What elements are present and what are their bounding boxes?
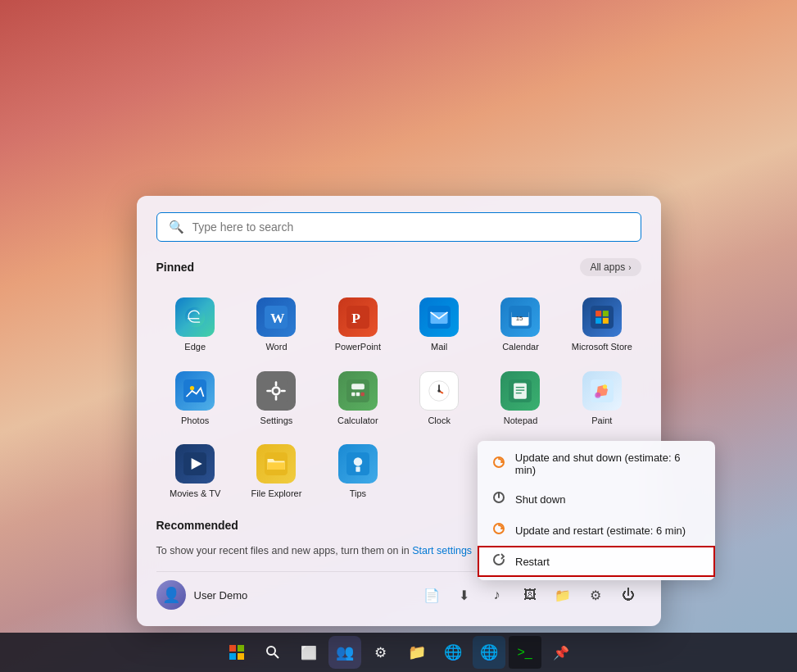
- svg-rect-35: [514, 383, 528, 398]
- svg-point-0: [185, 307, 206, 328]
- svg-point-46: [354, 457, 363, 466]
- user-actions: 📄 ⬇ ♪ 🖼 📁 ⚙ ⏻: [419, 582, 641, 608]
- paint-label: Paint: [591, 415, 612, 426]
- notepad-icon: [500, 371, 540, 411]
- clock-icon: [419, 371, 459, 411]
- explorer-label: File Explorer: [251, 488, 302, 499]
- svg-point-40: [603, 384, 607, 388]
- svg-rect-26: [351, 392, 355, 395]
- app-item-word[interactable]: W Word: [238, 289, 315, 359]
- svg-rect-27: [356, 392, 360, 395]
- settings-label: Settings: [260, 415, 293, 426]
- context-menu-shutdown[interactable]: Shut down: [478, 484, 715, 515]
- pinned-header: Pinned All apps ›: [156, 258, 641, 276]
- app-item-clock[interactable]: Clock: [401, 363, 478, 433]
- svg-rect-54: [229, 653, 236, 660]
- app-item-settings[interactable]: Settings: [238, 363, 315, 433]
- app-item-movies[interactable]: Movies & TV: [156, 436, 234, 506]
- taskbar-explorer-button[interactable]: 📁: [401, 636, 433, 669]
- restart-icon: [491, 553, 507, 570]
- context-menu-update-shutdown[interactable]: Update and shut down (estimate: 6 min): [478, 444, 715, 484]
- search-bar[interactable]: 🔍: [156, 212, 641, 242]
- svg-rect-55: [238, 653, 244, 660]
- restart-label: Restart: [515, 556, 550, 568]
- image-action-button[interactable]: 🖼: [517, 582, 543, 608]
- paint-icon: [582, 371, 622, 411]
- update-shutdown-icon: [491, 456, 507, 472]
- avatar: 👤: [156, 580, 186, 610]
- svg-rect-15: [603, 318, 609, 324]
- taskbar-edge-button[interactable]: 🌐: [437, 636, 469, 669]
- app-item-paint[interactable]: Paint: [563, 363, 641, 433]
- update-shutdown-icon: [492, 456, 505, 469]
- svg-rect-12: [595, 311, 601, 317]
- taskbar-start-button[interactable]: [220, 636, 253, 669]
- app-item-edge[interactable]: Edge: [156, 289, 234, 359]
- word-icon: W: [256, 297, 296, 337]
- taskbar-search-button[interactable]: [256, 636, 289, 669]
- app-item-mail[interactable]: Mail: [401, 289, 478, 359]
- shutdown-label: Shut down: [515, 493, 565, 506]
- taskbar-taskview-button[interactable]: ⬜: [292, 636, 325, 669]
- context-menu-restart[interactable]: Restart: [478, 546, 715, 577]
- svg-rect-24: [346, 379, 369, 402]
- mail-label: Mail: [431, 342, 447, 352]
- svg-point-56: [267, 647, 275, 655]
- app-item-store[interactable]: Microsoft Store: [563, 289, 641, 359]
- edge-label: Edge: [184, 342, 206, 352]
- search-icon: 🔍: [169, 220, 184, 234]
- start-settings-link[interactable]: Start settings: [412, 545, 472, 556]
- taskbar-terminal-button[interactable]: >_: [509, 636, 541, 669]
- store-icon: [582, 297, 622, 337]
- power-action-button[interactable]: ⏻: [615, 582, 641, 608]
- all-apps-button[interactable]: All apps ›: [580, 258, 641, 276]
- svg-text:P: P: [351, 310, 360, 326]
- settings-icon: [256, 371, 296, 411]
- app-item-notepad[interactable]: Notepad: [482, 363, 559, 433]
- svg-point-33: [437, 389, 441, 393]
- svg-rect-52: [229, 645, 236, 652]
- store-label: Microsoft Store: [572, 342, 632, 352]
- svg-rect-16: [183, 379, 206, 402]
- windows-icon: [229, 645, 244, 660]
- taskbar-misc-button[interactable]: 📌: [545, 636, 577, 669]
- tips-icon: [338, 444, 378, 484]
- app-item-calculator[interactable]: Calculator: [319, 363, 396, 433]
- tips-label: Tips: [350, 488, 366, 499]
- power-context-menu: Update and shut down (estimate: 6 min)Sh…: [478, 441, 715, 580]
- taskbar-settings-button[interactable]: ⚙: [365, 636, 397, 669]
- photos-label: Photos: [181, 415, 209, 426]
- app-item-calendar[interactable]: 15 Calendar: [482, 289, 559, 359]
- movies-icon: [175, 444, 215, 484]
- context-menu-update-restart[interactable]: Update and restart (estimate: 6 min): [478, 515, 715, 546]
- taskbar: ⬜ 👥 ⚙ 📁 🌐 🌐 >_ 📌: [0, 633, 797, 672]
- app-item-powerpoint[interactable]: P PowerPoint: [319, 289, 396, 359]
- search-input[interactable]: [192, 220, 629, 234]
- notepad-label: Notepad: [504, 415, 538, 426]
- app-item-explorer[interactable]: File Explorer: [238, 436, 315, 506]
- app-item-tips[interactable]: Tips: [319, 436, 396, 506]
- clock-label: Clock: [428, 415, 451, 426]
- calculator-label: Calculator: [337, 415, 378, 426]
- app-item-photos[interactable]: Photos: [156, 363, 234, 433]
- svg-text:15: 15: [516, 316, 523, 323]
- svg-line-57: [274, 654, 278, 658]
- user-info[interactable]: 👤 User Demo: [156, 580, 248, 610]
- download-action-button[interactable]: ⬇: [451, 582, 478, 608]
- music-action-button[interactable]: ♪: [484, 582, 510, 608]
- svg-rect-25: [351, 384, 365, 389]
- recommended-title: Recommended: [156, 519, 238, 532]
- taskbar-teams-button[interactable]: 👥: [328, 636, 361, 669]
- svg-text:W: W: [270, 310, 285, 326]
- svg-rect-11: [591, 306, 614, 329]
- pinned-title: Pinned: [156, 261, 195, 274]
- taskbar-edge2-button[interactable]: 🌐: [473, 636, 505, 669]
- explorer-icon: [256, 444, 296, 484]
- chevron-right-icon: ›: [628, 263, 631, 272]
- settings-action-button[interactable]: ⚙: [582, 582, 609, 608]
- shutdown-icon: [492, 491, 505, 504]
- update-shutdown-label: Update and shut down (estimate: 6 min): [515, 452, 702, 476]
- folder-action-button[interactable]: 📁: [550, 582, 576, 608]
- svg-rect-53: [238, 645, 244, 652]
- file-action-button[interactable]: 📄: [419, 582, 445, 608]
